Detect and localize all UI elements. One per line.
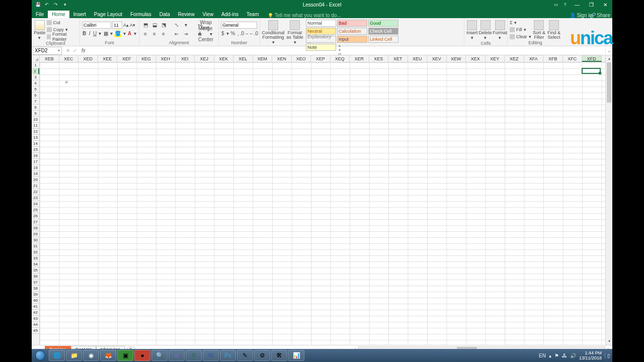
row-header-21[interactable]: 21 xyxy=(32,183,39,189)
taskbar-app1[interactable]: ✎ xyxy=(237,350,253,361)
row-header-44[interactable]: 44 xyxy=(32,322,39,328)
fill-color-button[interactable]: 🪣 xyxy=(114,30,121,38)
row-header-41[interactable]: 41 xyxy=(32,304,39,310)
tell-me-search[interactable]: Tell me what you want to do... xyxy=(263,13,341,18)
currency-icon[interactable]: $ xyxy=(221,30,225,38)
taskbar-explorer[interactable]: 📁 xyxy=(66,350,82,361)
save-icon[interactable]: 💾 xyxy=(35,2,41,8)
cell-styles-gallery[interactable]: Normal Bad Good Neutral Calculation Chec… xyxy=(305,19,404,57)
col-header-XEC[interactable]: XEC xyxy=(59,55,79,62)
font-size-select[interactable] xyxy=(112,22,122,29)
col-header-XEX[interactable]: XEX xyxy=(466,55,486,62)
column-headers[interactable]: XEBXECXEDXEEXEFXEGXEHXEIXEJXEKXELXEMXENX… xyxy=(40,55,605,62)
find-select-button[interactable]: Find & Select xyxy=(547,19,561,40)
row-header-20[interactable]: 20 xyxy=(32,177,39,183)
align-top-icon[interactable]: ⬒ xyxy=(141,21,149,29)
decrease-indent-icon[interactable]: ⇤ xyxy=(173,30,181,38)
col-header-XEK[interactable]: XEK xyxy=(214,55,234,62)
row-header-2[interactable]: 2 xyxy=(32,68,39,74)
col-header-XEE[interactable]: XEE xyxy=(98,55,118,62)
col-header-XES[interactable]: XES xyxy=(369,55,389,62)
col-header-XED[interactable]: XED xyxy=(78,55,98,62)
row-header-12[interactable]: 12 xyxy=(32,129,39,135)
tray-flag-icon[interactable]: ⚑ xyxy=(554,353,559,358)
decrease-font-icon[interactable]: A▾ xyxy=(130,23,135,28)
taskbar-ie[interactable]: 🌐 xyxy=(49,350,65,361)
format-as-table-button[interactable]: Format as Table▾ xyxy=(285,19,304,57)
row-header-3[interactable]: 3 xyxy=(32,74,39,80)
increase-indent-icon[interactable]: ⇥ xyxy=(182,30,190,38)
align-middle-icon[interactable]: ⬓ xyxy=(150,21,158,29)
align-center-icon[interactable]: ≡ xyxy=(150,30,158,38)
italic-button[interactable]: I xyxy=(88,30,92,38)
border-button[interactable]: ▦ xyxy=(103,30,109,38)
row-header-38[interactable]: 38 xyxy=(32,286,39,292)
tab-data[interactable]: Data xyxy=(155,11,174,18)
col-header-XEQ[interactable]: XEQ xyxy=(331,55,350,62)
tray-lang[interactable]: EN xyxy=(539,353,546,358)
row-header-17[interactable]: 17 xyxy=(32,159,39,165)
name-box[interactable]: XFD2▾ xyxy=(33,47,62,55)
row-header-18[interactable]: 18 xyxy=(32,165,39,171)
taskbar-ps[interactable]: Ps xyxy=(220,350,236,361)
underline-button[interactable]: U xyxy=(93,30,97,38)
active-cell[interactable] xyxy=(582,68,601,74)
cancel-formula-icon[interactable]: ✕ xyxy=(66,48,70,53)
row-header-39[interactable]: 39 xyxy=(32,292,39,298)
col-header-XEI[interactable]: XEI xyxy=(176,55,195,62)
tray-volume-icon[interactable]: 🔊 xyxy=(570,353,576,358)
col-header-XEH[interactable]: XEH xyxy=(156,55,176,62)
select-all-button[interactable] xyxy=(32,55,40,62)
vscroll-thumb[interactable] xyxy=(607,62,611,103)
style-input[interactable]: Input xyxy=(337,36,367,43)
row-header-1[interactable]: 1 xyxy=(32,62,39,68)
style-check-cell[interactable]: Check Cell xyxy=(368,28,398,35)
row-header-10[interactable]: 10 xyxy=(32,117,39,123)
row-header-36[interactable]: 36 xyxy=(32,274,39,280)
maximize-button[interactable]: ❐ xyxy=(584,0,598,9)
insert-cells-button[interactable]: Insert▾ xyxy=(466,19,478,40)
tab-team[interactable]: Team xyxy=(243,11,263,18)
tab-addins[interactable]: Add-ins xyxy=(217,11,243,18)
row-header-26[interactable]: 26 xyxy=(32,213,39,219)
taskbar-firefox[interactable]: 🦊 xyxy=(100,350,116,361)
format-cells-button[interactable]: Format▾ xyxy=(493,19,507,40)
align-left-icon[interactable]: ≡ xyxy=(141,30,149,38)
comma-icon[interactable]: , xyxy=(236,30,239,38)
col-header-XEG[interactable]: XEG xyxy=(137,55,156,62)
col-header-XEM[interactable]: XEM xyxy=(253,55,273,62)
col-header-XEZ[interactable]: XEZ xyxy=(505,55,524,62)
row-header-31[interactable]: 31 xyxy=(32,243,39,249)
font-name-select[interactable] xyxy=(82,22,111,29)
col-header-XEY[interactable]: XEY xyxy=(486,55,505,62)
row-header-37[interactable]: 37 xyxy=(32,280,39,286)
cut-button[interactable]: Cut xyxy=(47,20,77,26)
col-header-XEW[interactable]: XEW xyxy=(447,55,466,62)
row-header-4[interactable]: 4 xyxy=(32,80,39,86)
col-header-XEL[interactable]: XEL xyxy=(233,55,253,62)
style-calculation[interactable]: Calculation xyxy=(337,28,367,35)
worksheet-grid[interactable]: XEBXECXEDXEEXEFXEGXEHXEIXEJXEKXELXEMXENX… xyxy=(32,55,612,345)
row-header-24[interactable]: 24 xyxy=(32,201,39,207)
col-header-XEB[interactable]: XEB xyxy=(40,55,59,62)
taskbar-app4[interactable]: 📊 xyxy=(288,350,304,361)
percent-icon[interactable]: % xyxy=(230,30,236,38)
row-header-40[interactable]: 40 xyxy=(32,298,39,304)
row-header-8[interactable]: 8 xyxy=(32,105,39,111)
fx-icon[interactable]: fx xyxy=(80,48,87,53)
tray-show-hidden-icon[interactable]: ▴ xyxy=(549,353,551,358)
vertical-scrollbar[interactable]: ▴ ▾ xyxy=(605,55,612,345)
col-header-XEN[interactable]: XEN xyxy=(272,55,292,62)
taskbar-camtasia[interactable]: ▣ xyxy=(117,350,133,361)
row-header-22[interactable]: 22 xyxy=(32,189,39,195)
row-header-13[interactable]: 13 xyxy=(32,135,39,141)
row-headers[interactable]: 1234567891011121314151617181920212223242… xyxy=(32,62,40,345)
ribbon-display-icon[interactable]: ▭ xyxy=(552,1,560,9)
col-header-XET[interactable]: XET xyxy=(388,55,408,62)
fill-button[interactable]: Fill ▾ xyxy=(510,26,531,33)
style-good[interactable]: Good xyxy=(368,20,398,27)
taskbar-word[interactable]: W xyxy=(203,350,219,361)
tab-insert[interactable]: Insert xyxy=(69,11,90,18)
style-explanatory[interactable]: Explanatory ... xyxy=(306,36,336,43)
tab-page-layout[interactable]: Page Layout xyxy=(90,11,126,18)
